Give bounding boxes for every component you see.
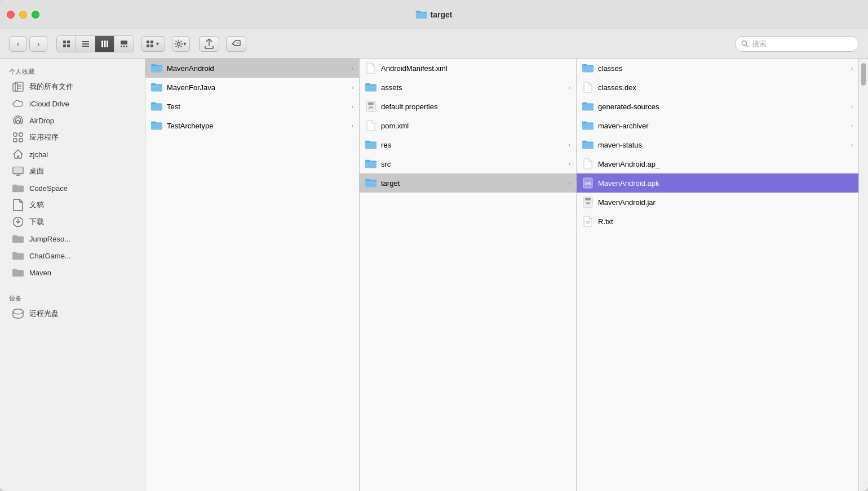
file-item-maven-status[interactable]: maven-status › (577, 135, 858, 154)
file-name: classes (598, 64, 847, 73)
file-item-maven-android-ap[interactable]: MavenAndroid.ap_ (577, 154, 858, 173)
svg-rect-10 (121, 41, 127, 44)
file-item-default-properties[interactable]: JAR default.properties (360, 97, 576, 116)
devices-label: 设备 (0, 290, 145, 305)
sidebar-item-label-maven: Maven (29, 269, 51, 277)
svg-rect-16 (147, 44, 149, 47)
svg-text:JAR: JAR (585, 202, 591, 205)
chevron-icon: › (569, 161, 570, 167)
svg-rect-35 (14, 168, 23, 173)
apps-icon (12, 132, 24, 143)
file-item-android-manifest[interactable]: AndroidManifest.xml (360, 59, 576, 78)
file-item-maven-android[interactable]: MavenAndroid › (145, 59, 359, 78)
sidebar-item-icloud[interactable]: iCloud Drive (3, 95, 141, 112)
file-item-maven-for-java[interactable]: MavenForJava › (145, 78, 359, 97)
sidebar-item-maven[interactable]: Maven (3, 264, 141, 281)
sidebar-item-label-icloud: iCloud Drive (29, 100, 69, 108)
minimize-button[interactable] (19, 11, 27, 19)
maximize-button[interactable] (32, 11, 39, 19)
share-button[interactable] (199, 36, 219, 52)
sidebar-item-all-files[interactable]: 我的所有文件 (3, 78, 141, 95)
chevron-icon: › (569, 142, 570, 148)
main-content: 个人收藏 我的所有文件 (0, 59, 868, 491)
file-name: assets (381, 83, 564, 92)
svg-rect-44 (585, 198, 591, 200)
file-item-src[interactable]: src › (360, 154, 576, 173)
file-item-maven-android-apk[interactable]: APK MavenAndroid.apk (577, 173, 858, 193)
sidebar-item-desktop[interactable]: 桌面 (3, 163, 141, 180)
list-view-button[interactable] (76, 36, 95, 52)
svg-rect-5 (82, 43, 89, 44)
search-bar[interactable]: 搜索 (735, 36, 859, 52)
downloads-icon (12, 216, 24, 227)
tag-button[interactable] (226, 36, 246, 52)
chevron-icon: › (851, 123, 853, 129)
file-column-3: classes › classes.dex (577, 59, 859, 491)
settings-button[interactable]: ▼ (172, 36, 190, 52)
file-name: R.txt (598, 217, 853, 226)
file-item-assets[interactable]: assets › (360, 78, 576, 97)
scrollbar-thumb[interactable] (861, 63, 866, 86)
file-item-test-archetype[interactable]: TestArchetype › (145, 116, 359, 135)
sidebar-item-label-chatgame: ChatGame... (29, 252, 71, 260)
chevron-icon: › (569, 180, 570, 186)
sidebar-item-zjchai[interactable]: zjchai (3, 146, 141, 163)
sidebar-item-apps[interactable]: 应用程序 (3, 129, 141, 146)
file-name: TestArchetype (167, 122, 347, 130)
file-name: generated-sources (598, 102, 847, 111)
home-icon (12, 149, 24, 160)
file-name: MavenAndroid.jar (598, 198, 853, 207)
folder-icon (365, 139, 377, 150)
sidebar-item-label-airdrop: AirDrop (29, 117, 54, 125)
file-item-generated-sources[interactable]: generated-sources › (577, 97, 858, 116)
file-item-classes-dex[interactable]: classes.dex (577, 78, 858, 97)
view-buttons (56, 35, 134, 52)
folder-chatgame-icon (12, 250, 24, 261)
file-name: MavenForJava (167, 83, 347, 92)
folder-icon (151, 63, 162, 74)
back-button[interactable]: ‹ (9, 36, 27, 52)
file-item-test[interactable]: Test › (145, 97, 359, 116)
folder-icon (151, 101, 162, 112)
sidebar-item-chatgame[interactable]: ChatGame... (3, 247, 141, 264)
file-item-maven-archiver[interactable]: maven-archiver › (577, 116, 858, 135)
file-item-res[interactable]: res › (360, 135, 576, 154)
file-item-r-txt[interactable]: R.txt (577, 212, 858, 231)
sidebar-item-remote-disk[interactable]: 远程光盘 (3, 305, 141, 322)
sidebar-item-label-downloads: 下载 (29, 217, 44, 227)
column-view-button[interactable] (95, 36, 114, 52)
icon-view-button[interactable] (57, 36, 76, 52)
file-name: default.properties (381, 102, 570, 111)
folder-icon (365, 158, 377, 169)
svg-rect-13 (126, 46, 127, 47)
folder-codespace-icon (12, 182, 24, 194)
sidebar-item-label-codespace: CodeSpace (29, 184, 68, 193)
svg-point-27 (16, 120, 20, 124)
scrollbar[interactable] (859, 59, 868, 491)
apk-file-icon: APK (582, 177, 594, 189)
disk-icon (12, 308, 24, 319)
svg-rect-14 (147, 41, 149, 43)
sidebar-item-downloads[interactable]: 下载 (3, 213, 141, 230)
group-button[interactable]: ▼ (141, 36, 165, 52)
gallery-view-button[interactable] (114, 36, 134, 52)
sidebar-item-jumpreso[interactable]: JumpReso... (3, 230, 141, 247)
search-placeholder: 搜索 (752, 39, 767, 49)
sidebar-item-codespace[interactable]: CodeSpace (3, 180, 141, 197)
chevron-icon: › (352, 84, 353, 91)
file-item-maven-android-jar[interactable]: JAR MavenAndroid.jar (577, 193, 858, 212)
sidebar-item-documents[interactable]: 文稿 (3, 197, 141, 213)
svg-rect-11 (121, 46, 122, 47)
sidebar-item-airdrop[interactable]: AirDrop (3, 112, 141, 129)
file-item-pom-xml[interactable]: pom.xml (360, 116, 576, 135)
svg-rect-3 (67, 44, 70, 47)
svg-rect-2 (63, 44, 66, 47)
title-folder-icon (416, 10, 427, 19)
svg-rect-30 (14, 139, 17, 142)
folder-maven-icon (12, 267, 24, 278)
forward-button[interactable]: › (29, 36, 47, 52)
svg-rect-7 (101, 41, 103, 47)
file-item-target[interactable]: target › (360, 173, 576, 193)
close-button[interactable] (7, 11, 15, 19)
file-item-classes[interactable]: classes › (577, 59, 858, 78)
